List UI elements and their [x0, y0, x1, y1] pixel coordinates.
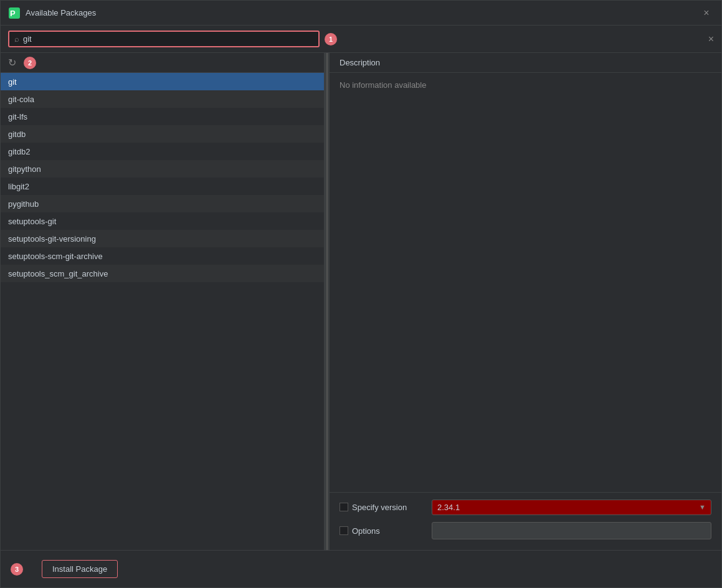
version-value: 2.34.1 — [437, 503, 460, 512]
version-dropdown-arrow: ▼ — [699, 503, 706, 511]
left-panel: ↻ 2 gitgit-colagit-lfsgitdbgitdb2gitpyth… — [1, 53, 325, 550]
package-item[interactable]: setuptools-git — [1, 212, 324, 230]
specify-version-label: Specify version — [352, 503, 407, 512]
package-item[interactable]: libgit2 — [1, 178, 324, 195]
specify-version-checkbox[interactable] — [340, 503, 348, 511]
search-bar: ⌕ 1 × — [1, 26, 721, 53]
package-item[interactable]: git-lfs — [1, 108, 324, 125]
app-icon: P — [8, 7, 21, 19]
right-panel: Description No information available Spe… — [330, 53, 721, 550]
package-list: gitgit-colagit-lfsgitdbgitdb2gitpythonli… — [1, 73, 324, 550]
install-button-wrapper: Install Package — [42, 560, 118, 578]
close-button[interactable]: × — [699, 6, 714, 21]
version-select[interactable]: 2.34.1 ▼ — [432, 500, 711, 515]
available-packages-dialog: P Available Packages × ⌕ 1 × ↻ 2 gitgit-… — [0, 0, 722, 588]
step-badge-1: 1 — [325, 33, 337, 45]
package-item[interactable]: setuptools-git-versioning — [1, 230, 324, 247]
step-badge-3: 3 — [11, 563, 23, 576]
refresh-button[interactable]: ↻ — [6, 55, 19, 70]
svg-text:P: P — [10, 9, 16, 18]
options-row: Options — [340, 521, 711, 540]
package-item[interactable]: gitdb — [1, 125, 324, 143]
description-header: Description — [330, 53, 721, 73]
clear-search-button[interactable]: × — [708, 34, 714, 45]
package-item[interactable]: gitdb2 — [1, 143, 324, 160]
dialog-title: Available Packages — [26, 8, 699, 17]
search-input-wrapper: ⌕ — [8, 31, 320, 47]
bottom-options: Specify version 2.34.1 ▼ Options — [330, 492, 721, 550]
package-item[interactable]: git — [1, 73, 324, 90]
step-badge-2: 2 — [24, 57, 36, 69]
package-item[interactable]: setuptools_scm_git_archive — [1, 265, 324, 282]
specify-version-row: Specify version 2.34.1 ▼ — [340, 498, 711, 516]
package-item[interactable]: setuptools-scm-git-archive — [1, 247, 324, 265]
search-input[interactable] — [23, 34, 313, 44]
title-bar: P Available Packages × — [1, 1, 721, 26]
options-checkbox[interactable] — [340, 526, 348, 535]
install-package-button[interactable]: Install Package — [42, 560, 118, 578]
left-toolbar: ↻ 2 — [1, 53, 324, 73]
description-content: No information available — [330, 73, 721, 492]
bottom-bar: 3 Install Package — [1, 550, 721, 587]
panel-splitter[interactable] — [325, 53, 330, 550]
package-item[interactable]: git-cola — [1, 90, 324, 108]
package-item[interactable]: gitpython — [1, 160, 324, 178]
package-item[interactable]: pygithub — [1, 195, 324, 212]
search-icon: ⌕ — [14, 34, 19, 44]
options-label: Options — [352, 526, 380, 536]
main-content: ↻ 2 gitgit-colagit-lfsgitdbgitdb2gitpyth… — [1, 53, 721, 550]
options-input[interactable] — [432, 522, 711, 539]
